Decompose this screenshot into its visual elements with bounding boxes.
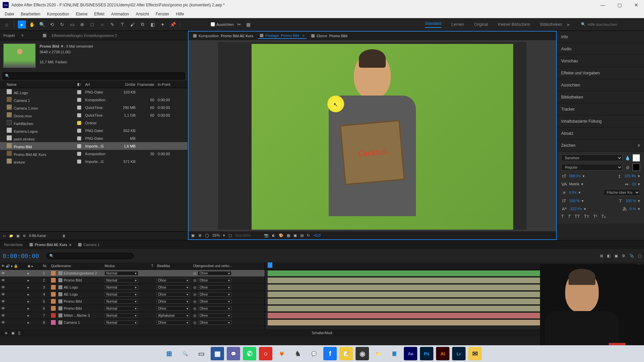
eye-col-icon[interactable]: 👁 (1, 264, 5, 268)
menu-hilfe[interactable]: Hilfe (173, 11, 187, 17)
zoom-value[interactable]: 25% (212, 233, 220, 237)
taskbar-lr[interactable]: Lr (452, 347, 466, 360)
exposure-value[interactable]: +0,0 (313, 233, 321, 237)
switch-modes-label[interactable]: Schalter/Modi (312, 331, 332, 335)
timeline-tab[interactable]: Renderliste (4, 243, 23, 247)
taskbar-ae[interactable]: Ae (404, 347, 417, 360)
faux-bold-icon[interactable]: T (561, 214, 564, 219)
refresh-icon[interactable]: ↻ (307, 233, 310, 238)
tracking-value[interactable]: 10 (632, 182, 636, 186)
panel-menu-icon[interactable]: ≡ (21, 34, 23, 37)
project-item[interactable]: paint strokes PNG-Datei MB (0, 134, 187, 142)
baseline-value[interactable]: -322 Px (569, 207, 582, 211)
resolution-icon[interactable]: 🖥 (198, 233, 202, 237)
shape-tool[interactable]: □ (88, 20, 96, 28)
tl-footer-icon3[interactable]: {} (18, 331, 20, 335)
tl-tool-2-icon[interactable]: ◧ (607, 254, 610, 258)
project-item[interactable]: Promo Bild Importe...G 1,6 MB (0, 142, 187, 150)
project-item[interactable]: Camera 1.mov QuickTime 290 MB 60 0:00:00 (0, 104, 187, 111)
new-folder-icon[interactable]: 📁 (9, 234, 13, 238)
zoom-dropdown-icon[interactable]: ▾ (223, 233, 225, 238)
solo-col-icon[interactable]: ● (11, 264, 13, 268)
viewer-tab[interactable]: Ebene Promo Bild (309, 33, 350, 39)
menu-komposition[interactable]: Komposition (44, 11, 72, 17)
subscript-icon[interactable]: T₁ (601, 214, 606, 219)
help-search-input[interactable] (588, 22, 635, 26)
tab-effect-controls[interactable]: Effekteinstellungen Einstellungsebene 2 (51, 32, 118, 39)
snap-icon[interactable]: ✂ (235, 20, 243, 28)
help-search[interactable]: 🔍 (581, 22, 641, 26)
faux-italic-icon[interactable]: T (568, 214, 571, 219)
layer-row[interactable]: 👁 ▸ 5 Promo Bild Normal▾ Ohne▾ ◎Ohne▾ (0, 298, 265, 305)
tl-tool-5-icon[interactable]: 📎 (629, 254, 634, 258)
lock-col-icon[interactable]: 🔒 (14, 264, 18, 268)
maximize-button[interactable]: ▢ (614, 2, 625, 8)
layer-row[interactable]: 👁 ▸ 6 Promo Bild Normal▾ Ohne▾ ◎Ohne▾ (0, 305, 265, 312)
project-item[interactable]: Farbflächen Ordner (0, 119, 187, 127)
font-family-select[interactable]: Banshee (561, 155, 623, 161)
project-search[interactable]: 🔍 (3, 72, 185, 79)
switches-col-icon[interactable]: ◉ ▸ (28, 264, 33, 268)
taskbar-mail[interactable]: ✉ (468, 347, 482, 360)
taskbar-obs[interactable]: ◉ (356, 347, 369, 360)
workspace-standard[interactable]: Standard (425, 21, 441, 28)
panel-audio[interactable]: Audio (557, 43, 644, 55)
panel-zeichen[interactable]: Zeichen≡ (557, 139, 644, 152)
project-item[interactable]: AE Logo PNG-Datei 103 KB (0, 88, 187, 96)
color-mgmt-icon[interactable]: 🎨 (279, 233, 283, 238)
workspace-overflow[interactable]: » (564, 20, 572, 28)
zoom-tool[interactable]: 🔍 (38, 20, 46, 28)
stamp-tool[interactable]: ⧉ (139, 20, 147, 28)
taskbar-app-gray[interactable]: ♞ (291, 347, 305, 360)
tl-tool-1-icon[interactable]: ⊞ (600, 254, 603, 258)
brush-tool[interactable]: 🖌 (128, 20, 137, 28)
workspace-original[interactable]: Original (474, 22, 488, 27)
project-item[interactable]: Camera 1 Komposition 60 0:00:00 (0, 96, 187, 104)
kerning-value[interactable]: Metrik (569, 182, 579, 186)
trash-icon[interactable]: 🗑 (62, 234, 66, 238)
panel-inhaltsbasierte-füllung[interactable]: Inhaltsbasierte Füllung (557, 115, 644, 127)
taskbar-app-red[interactable]: ○ (259, 347, 272, 360)
current-timecode[interactable]: 0:00:00:00 (3, 252, 39, 259)
hand-tool[interactable]: ✋ (28, 20, 36, 28)
menu-datei[interactable]: Datei (1, 11, 17, 17)
stroke-width-value[interactable]: 0 Px (569, 190, 577, 194)
panel-absatz[interactable]: Absatz (557, 127, 644, 139)
layer-row[interactable]: 👁 ▸ 3 AE Logo Normal▾ Ohne▾ ◎Ohne▾ (0, 284, 265, 291)
panel-effekte-und-vorgaben[interactable]: Effekte und Vorgaben (557, 67, 644, 79)
label-column-icon[interactable]: ◧ (77, 82, 85, 86)
anchor-tool[interactable]: ⊕ (78, 20, 86, 28)
snapshot-icon[interactable]: 📷 (264, 233, 269, 238)
layer-row[interactable]: 👁 ▸ 1 Einstellungsebene 2 Normal▾ ◎Ohne▾ (0, 270, 265, 277)
fill-color-swatch[interactable] (633, 154, 640, 162)
layer-row[interactable]: 👁 ▸ 7 Mittel-...fläche 3 Normal▾ Alphaka… (0, 312, 265, 319)
rotate-tool[interactable]: ↻ (58, 20, 66, 28)
channels-icon[interactable]: ◐ (272, 233, 275, 238)
timeline-tab[interactable]: Promo Bild AE Kurs ≡ (30, 243, 71, 247)
alpha-icon[interactable]: ▣ (191, 233, 195, 238)
settings-icon[interactable]: ⚙ (23, 234, 26, 238)
type-tool[interactable]: T (118, 20, 126, 28)
all-caps-icon[interactable]: TT (575, 214, 580, 219)
superscript-icon[interactable]: T¹ (593, 214, 597, 219)
orbit-tool[interactable]: ⟲ (48, 20, 56, 28)
tl-footer-icon1[interactable]: ⊕ (5, 331, 7, 335)
home-tool[interactable]: ⌂ (3, 20, 11, 28)
tl-footer-icon2[interactable]: ▣ (11, 331, 14, 335)
taskbar-taskview[interactable]: ▭ (195, 347, 208, 360)
viewer-tab[interactable]: Komposition Promo Bild AE Kurs (191, 33, 255, 39)
taskbar-whatsapp[interactable]: ✆ (243, 347, 256, 360)
taskbar-search[interactable]: 🔍 (178, 347, 192, 360)
small-caps-icon[interactable]: Tᴛ (584, 214, 589, 219)
menu-effekt[interactable]: Effekt (91, 11, 108, 17)
taskbar-ai[interactable]: Ai (436, 347, 449, 360)
taskbar-ps[interactable]: Ps (420, 347, 433, 360)
speaker-col-icon[interactable]: 🔊 (6, 264, 10, 268)
leading-value[interactable]: 325 Px (625, 174, 636, 178)
menu-fenster[interactable]: Fenster (152, 11, 173, 17)
taskbar-messenger[interactable]: 💬 (307, 347, 321, 360)
vscale-value[interactable]: 100 % (569, 199, 580, 203)
tl-tool-4-icon[interactable]: ⚙ (622, 254, 625, 258)
eraser-tool[interactable]: ◧ (149, 20, 157, 28)
ellipse-tool[interactable]: ○ (98, 20, 106, 28)
